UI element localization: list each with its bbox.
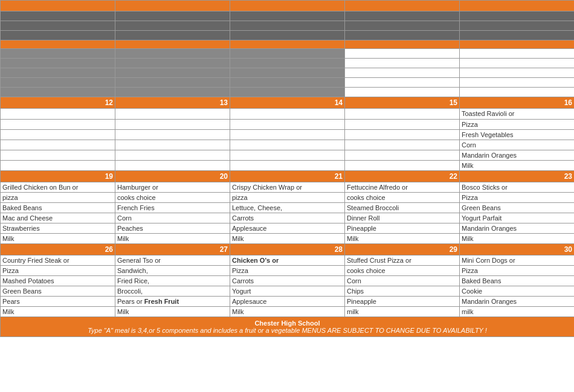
w1b-r4-c3	[230, 78, 345, 88]
w2-r4-c2	[115, 140, 230, 150]
w4-d29-line1b: cooks choice	[345, 266, 460, 276]
w1-r2-c1	[1, 21, 115, 31]
w4-d29-line4: Pineapple	[345, 297, 460, 307]
orange-sep-1e	[460, 40, 575, 49]
w2-r6-c2	[115, 161, 230, 171]
w2-r2-c4	[345, 120, 460, 130]
week3-date-23: 23	[460, 171, 575, 182]
w4-d26-line4: Pears	[1, 297, 115, 307]
w3-d20-line2: French Fries	[115, 203, 230, 213]
w1b-r1-c2	[115, 49, 230, 59]
w2-r3-c1	[1, 130, 115, 140]
w3-d19-line3: Mac and Cheese	[1, 213, 115, 223]
w1-r2-c5	[460, 21, 575, 31]
w2-r5-c3	[230, 150, 345, 161]
w1b-r1-c3	[230, 49, 345, 59]
w2-r4-c1	[1, 140, 115, 150]
w4-d28-line3: Yogurt	[230, 286, 345, 297]
orange-sep-1d	[345, 40, 460, 49]
w4-d28-line2: Carrots	[230, 276, 345, 286]
w1b-r1-c4	[345, 49, 460, 59]
week3-date-19: 19	[1, 171, 115, 182]
w2-r4-c4	[345, 140, 460, 150]
w1-r3-c1	[1, 31, 115, 40]
w4-d30-line4: Mandarin Oranges	[460, 297, 575, 307]
w2-r6-c4	[345, 161, 460, 171]
w3-d23-line3: Yogurt Parfait	[460, 213, 575, 223]
w4-d29-line1a: Stuffed Crust Pizza or	[345, 255, 460, 266]
w3-d21-line2: Lettuce, Cheese,	[230, 203, 345, 213]
w1b-r3-c4	[345, 68, 460, 78]
w4-d28-line4: Applesauce	[230, 297, 345, 307]
w1b-r5-c1	[1, 88, 115, 97]
w2-r6-c1	[1, 161, 115, 171]
w2-d16-line6: Milk	[460, 161, 575, 171]
footer-line1: Chester High School	[3, 320, 572, 327]
w4-d29-line5: milk	[345, 307, 460, 317]
w2-d16-line4: Corn	[460, 140, 575, 150]
w2-d16-line2: Pizza	[460, 120, 575, 130]
w1b-r3-c1	[1, 68, 115, 78]
w3-d23-line1b: Pizza	[460, 193, 575, 203]
w1b-r1-c5	[460, 49, 575, 59]
w1-r1-c3	[230, 11, 345, 21]
w4-d28-line1b: Pizza	[230, 266, 345, 276]
w2-r6-c3	[230, 161, 345, 171]
w4-d28-line1a: Chicken O's or	[230, 255, 345, 266]
w2-r1-c3	[230, 109, 345, 120]
w3-d22-line2: Steamed Broccoli	[345, 203, 460, 213]
w3-d23-line5: Milk	[460, 234, 575, 244]
week3-date-22: 22	[345, 171, 460, 182]
w1-r2-c3	[230, 21, 345, 31]
week4-date-30: 30	[460, 244, 575, 255]
w1-r1-c4	[345, 11, 460, 21]
w3-d21-line1b: pizza	[230, 193, 345, 203]
w2-r1-c1	[1, 109, 115, 120]
w1-r2-c4	[345, 21, 460, 31]
w1b-r2-c2	[115, 59, 230, 68]
w2-r3-c4	[345, 130, 460, 140]
w1-r3-c2	[115, 31, 230, 40]
footer-line2: Type "A" meal is 3,4,or 5 components and…	[3, 327, 572, 334]
week3-date-20: 20	[115, 171, 230, 182]
w4-d27-line1a: General Tso or	[115, 255, 230, 266]
footer-cell: Chester High School Type "A" meal is 3,4…	[1, 317, 575, 337]
week2-date-12: 12	[1, 97, 115, 109]
w1-r3-c5	[460, 31, 575, 40]
w1-r2-c2	[115, 21, 230, 31]
w1-r3-c3	[230, 31, 345, 40]
w3-d20-line3: Corn	[115, 213, 230, 223]
w2-r2-c1	[1, 120, 115, 130]
week4-date-28: 28	[230, 244, 345, 255]
w3-d22-line1b: cooks choice	[345, 193, 460, 203]
w3-d21-line4: Applesauce	[230, 223, 345, 234]
w1b-r5-c4	[345, 88, 460, 97]
week4-date-27: 27	[115, 244, 230, 255]
w2-r3-c3	[230, 130, 345, 140]
w4-d26-line5: Milk	[1, 307, 115, 317]
w1-r3-c4	[345, 31, 460, 40]
w3-d21-line1a: Crispy Chicken Wrap or	[230, 182, 345, 193]
week4-date-29: 29	[345, 244, 460, 255]
w3-d19-line1a: Grilled Chicken on Bun or	[1, 182, 115, 193]
header-thu	[345, 1, 460, 11]
w4-d26-line3: Green Beans	[1, 286, 115, 297]
w4-d27-line3: Broccoli,	[115, 286, 230, 297]
w3-d22-line3: Dinner Roll	[345, 213, 460, 223]
w1b-r3-c5	[460, 68, 575, 78]
w4-d30-line1b: Pizza	[460, 266, 575, 276]
w3-d20-line1b: cooks choice	[115, 193, 230, 203]
w4-d30-line2: Baked Beans	[460, 276, 575, 286]
w1-r1-c2	[115, 11, 230, 21]
w3-d23-line1a: Bosco Sticks or	[460, 182, 575, 193]
w2-d16-line5: Mandarin Oranges	[460, 150, 575, 161]
orange-sep-1c	[230, 40, 345, 49]
w1b-r4-c2	[115, 78, 230, 88]
w3-d22-line1a: Fettuccine Alfredo or	[345, 182, 460, 193]
w1-r1-c5	[460, 11, 575, 21]
w1b-r3-c2	[115, 68, 230, 78]
w1b-r2-c4	[345, 59, 460, 68]
w3-d22-line5: Milk	[345, 234, 460, 244]
header-mon	[1, 1, 115, 11]
week2-date-16: 16	[460, 97, 575, 109]
